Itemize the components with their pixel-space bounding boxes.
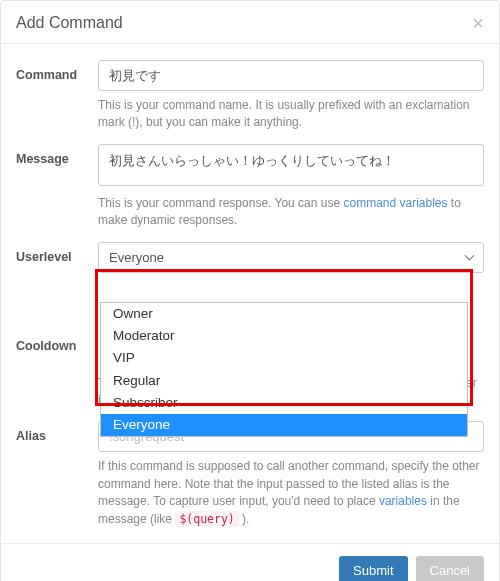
option-subscriber[interactable]: Subscriber xyxy=(101,392,467,414)
message-input[interactable]: 初見さんいらっしゃい！ゆっくりしていってね！ xyxy=(98,144,484,186)
submit-button[interactable]: Submit xyxy=(339,556,407,581)
row-message: Message 初見さんいらっしゃい！ゆっくりしていってね！ This is y… xyxy=(16,144,484,230)
modal-title: Add Command xyxy=(16,14,123,32)
close-icon[interactable]: × xyxy=(472,13,484,33)
option-moderator[interactable]: Moderator xyxy=(101,325,467,347)
code-query: $(query) xyxy=(175,511,238,527)
help-message-a: This is your command response. You can u… xyxy=(98,196,343,210)
help-alias-c: ). xyxy=(239,512,250,526)
row-command: Command This is your command name. It is… xyxy=(16,60,484,132)
row-userlevel: Userlevel Everyone xyxy=(16,242,484,273)
link-variables[interactable]: variables xyxy=(379,494,427,508)
help-command: This is your command name. It is usually… xyxy=(98,97,484,132)
label-cooldown: Cooldown xyxy=(16,331,98,353)
help-message: This is your command response. You can u… xyxy=(98,195,484,230)
userlevel-selected: Everyone xyxy=(109,250,164,265)
label-message: Message xyxy=(16,144,98,166)
option-vip[interactable]: VIP xyxy=(101,347,467,369)
label-command: Command xyxy=(16,60,98,82)
modal-footer: Submit Cancel xyxy=(1,543,499,581)
cancel-button[interactable]: Cancel xyxy=(416,556,484,581)
userlevel-select[interactable]: Everyone xyxy=(98,242,484,273)
row-alias: Alias If this command is supposed to cal… xyxy=(16,421,484,528)
command-input[interactable] xyxy=(98,60,484,91)
userlevel-dropdown[interactable]: Owner Moderator VIP Regular Subscriber E… xyxy=(100,302,468,437)
modal-body: Command This is your command name. It is… xyxy=(1,44,499,543)
link-command-variables[interactable]: command variables xyxy=(343,196,447,210)
option-owner[interactable]: Owner xyxy=(101,303,467,325)
add-command-modal: Add Command × Command This is your comma… xyxy=(0,0,500,581)
label-alias: Alias xyxy=(16,421,98,443)
help-alias: If this command is supposed to call anot… xyxy=(98,458,484,528)
option-regular[interactable]: Regular xyxy=(101,370,467,392)
option-everyone[interactable]: Everyone xyxy=(101,414,467,436)
modal-header: Add Command × xyxy=(1,1,499,44)
label-userlevel: Userlevel xyxy=(16,242,98,264)
